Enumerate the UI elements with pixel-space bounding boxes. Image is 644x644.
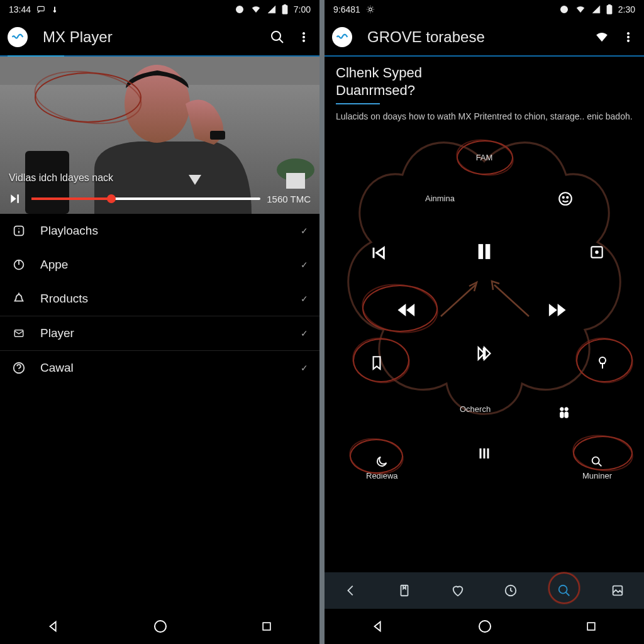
check-icon: ✓ <box>301 363 308 373</box>
thermometer-icon <box>51 5 58 14</box>
ctrl-rediewa[interactable]: Rediewa <box>366 455 398 480</box>
menu-list: Playloachs ✓ Appe ✓ Rroducts ✓ Player ✓ … <box>0 214 319 609</box>
more-vert-icon <box>297 30 310 44</box>
menu-item-playloachs[interactable]: Playloachs ✓ <box>0 214 319 248</box>
app-logo[interactable] <box>8 27 28 47</box>
desc-body: Lulacids on doays how to wath MX Pritent… <box>336 111 633 123</box>
ctrl-rewind[interactable] <box>394 301 419 319</box>
nav-back-button[interactable] <box>47 619 60 633</box>
ctrl-bars[interactable] <box>477 445 492 462</box>
ctrl-ainmina[interactable]: Ainmina <box>425 194 455 203</box>
triangle-left-icon <box>47 619 60 633</box>
square-icon <box>585 620 597 633</box>
target-icon <box>235 4 245 14</box>
nav-home-button[interactable] <box>153 619 168 634</box>
ctrl-skip[interactable] <box>475 345 494 362</box>
app-bar: GROVE torabese <box>325 19 644 57</box>
nav-back-button[interactable] <box>371 619 385 633</box>
svg-point-42 <box>592 457 599 464</box>
app-title: MX Player <box>43 28 259 46</box>
moon-icon <box>375 455 389 469</box>
ctrl-people[interactable] <box>557 404 571 421</box>
ctrl-pause[interactable] <box>475 241 494 262</box>
wifi-icon <box>575 5 586 14</box>
pin-icon <box>595 354 610 372</box>
right-phone: 9:6481 2:30 GROVE torabese Clhenk Syped … <box>325 0 644 644</box>
bb-clock[interactable] <box>504 584 518 597</box>
bb-search[interactable] <box>557 584 571 597</box>
svg-rect-21 <box>263 623 270 630</box>
nav-home-button[interactable] <box>477 619 492 634</box>
video-progress[interactable] <box>31 197 260 200</box>
signal-icon <box>267 5 276 14</box>
video-caption: Vidlas idch ldayes nack <box>9 172 113 184</box>
ctrl-bookmark[interactable] <box>369 354 385 372</box>
svg-point-24 <box>563 8 565 11</box>
square-dot-icon <box>589 244 605 260</box>
check-icon: ✓ <box>301 294 308 304</box>
svg-point-45 <box>559 586 567 594</box>
bb-bookmark[interactable] <box>397 584 411 597</box>
svg-point-14 <box>125 65 190 143</box>
battery-icon <box>282 4 288 14</box>
svg-rect-48 <box>587 623 595 630</box>
sun-icon <box>366 5 375 14</box>
wave-icon <box>11 30 25 44</box>
nav-recent-button[interactable] <box>260 620 273 633</box>
prev-track-icon <box>369 244 387 262</box>
svg-point-37 <box>599 357 606 364</box>
ctrl-ocherch[interactable]: Ocherch <box>460 404 491 414</box>
svg-point-32 <box>567 197 568 198</box>
svg-rect-4 <box>284 4 286 6</box>
app-bar: MX Player <box>0 19 319 57</box>
wifi-large-icon <box>594 31 609 43</box>
nav-recent-button[interactable] <box>585 620 597 633</box>
next-track-button[interactable] <box>9 192 21 205</box>
menu-item-rroducts[interactable]: Rroducts ✓ <box>0 282 319 316</box>
status-bar: 9:6481 2:30 <box>325 0 644 19</box>
bb-back[interactable] <box>344 584 358 597</box>
wifi-button[interactable] <box>594 29 610 45</box>
circle-icon <box>153 619 168 634</box>
ctrl-fam[interactable]: FAM <box>476 153 493 162</box>
menu-item-appe[interactable]: Appe ✓ <box>0 248 319 282</box>
people-icon <box>557 404 571 421</box>
ctrl-forward[interactable] <box>545 301 570 319</box>
svg-rect-34 <box>486 245 490 259</box>
svg-point-27 <box>627 33 629 35</box>
ctrl-muniner[interactable]: Muniner <box>582 455 612 480</box>
bb-heart[interactable] <box>451 584 465 597</box>
ctrl-pin[interactable] <box>595 354 610 372</box>
svg-point-38 <box>560 408 564 411</box>
check-icon: ✓ <box>301 328 308 338</box>
bb-image[interactable] <box>611 584 625 597</box>
mail-icon <box>11 326 26 341</box>
svg-point-8 <box>303 40 304 42</box>
controls-area: FAM Ainmina <box>325 128 644 572</box>
help-icon <box>11 360 26 375</box>
video-progress-knob[interactable] <box>107 194 116 203</box>
svg-rect-33 <box>479 245 482 259</box>
svg-rect-41 <box>565 412 569 418</box>
left-phone: 13:44 7:00 MX Player <box>0 0 319 644</box>
app-logo[interactable] <box>332 27 352 47</box>
ctrl-prev-track[interactable] <box>369 244 387 262</box>
menu-item-player[interactable]: Player ✓ <box>0 316 319 350</box>
svg-point-22 <box>369 8 372 11</box>
svg-rect-25 <box>607 6 612 14</box>
ctrl-box[interactable] <box>589 244 605 260</box>
svg-point-30 <box>559 192 572 205</box>
ctrl-face[interactable] <box>557 191 574 207</box>
more-vert-icon <box>622 30 635 44</box>
bookmark-nav-icon <box>397 584 411 597</box>
menu-item-cawal[interactable]: Cawal ✓ <box>0 351 319 385</box>
svg-rect-13 <box>286 173 305 189</box>
square-icon <box>260 620 273 633</box>
clock-icon <box>504 584 518 597</box>
skip-icon <box>475 345 494 362</box>
search-button[interactable] <box>269 29 286 45</box>
battery-text: 7:00 <box>294 4 311 14</box>
more-button[interactable] <box>296 29 312 45</box>
more-button[interactable] <box>620 29 636 45</box>
video-preview[interactable]: Vidlas idch ldayes nack 1560 TMC <box>0 57 319 214</box>
